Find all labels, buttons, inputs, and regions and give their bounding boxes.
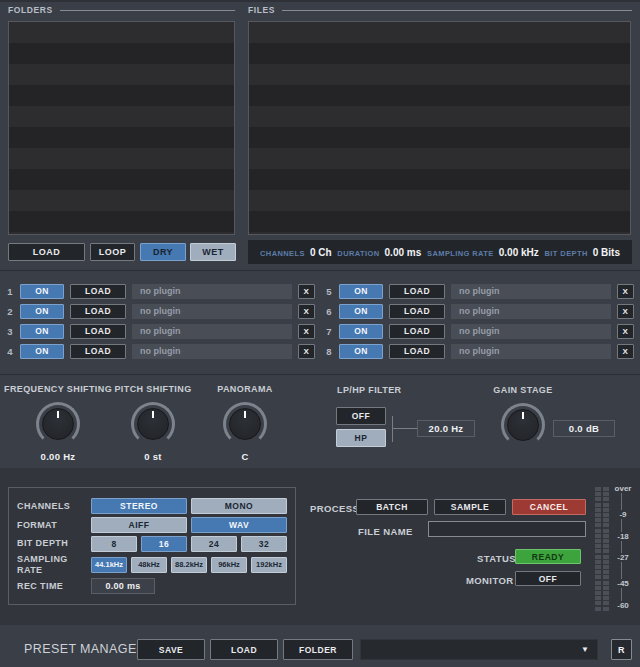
preset-folder-button[interactable]: FOLDER (283, 639, 353, 660)
plugin-slot-6: 6 ON LOAD no plugin X (325, 301, 634, 321)
files-list[interactable] (248, 21, 631, 235)
meter-label-over: over (609, 484, 637, 493)
channels-option-mono[interactable]: MONO (191, 498, 287, 514)
plugin-slot-7: 7 ON LOAD no plugin X (325, 321, 634, 341)
slot-load-button[interactable]: LOAD (70, 304, 126, 319)
loop-button[interactable]: LOOP (90, 243, 135, 261)
sampling-rate-option-44-1[interactable]: 44.1kHz (91, 557, 127, 573)
slot-plugin-name[interactable]: no plugin (132, 344, 292, 359)
slot-on-button[interactable]: ON (20, 304, 64, 319)
channels-info-label: CHANNELS (260, 249, 305, 258)
slot-on-button[interactable]: ON (339, 304, 383, 319)
slot-remove-button[interactable]: X (298, 344, 315, 359)
filter-hp-button[interactable]: HP (336, 429, 386, 447)
slot-plugin-name[interactable]: no plugin (451, 344, 611, 359)
slot-on-button[interactable]: ON (339, 344, 383, 359)
slot-plugin-name[interactable]: no plugin (451, 324, 611, 339)
bit-depth-option-16[interactable]: 16 (141, 536, 187, 552)
sampling-rate-option-192[interactable]: 192kHz (251, 557, 287, 573)
panorama-knob[interactable] (223, 402, 267, 446)
sample-button[interactable]: SAMPLE (434, 499, 506, 515)
gain-knob[interactable] (501, 403, 545, 447)
filter-frequency-value[interactable]: 20.0 Hz (417, 420, 475, 437)
frequency-knob[interactable] (36, 402, 80, 446)
plugin-slot-2: 2 ON LOAD no plugin X (6, 301, 315, 321)
meter-right-channel (603, 487, 609, 611)
slot-plugin-name[interactable]: no plugin (132, 304, 292, 319)
preset-load-button[interactable]: LOAD (210, 639, 278, 660)
bit-depth-info-label: BIT DEPTH (545, 249, 588, 258)
preset-manager-title: PRESET MANAGER (24, 642, 146, 656)
format-setting-row: FORMAT AIFF WAV (17, 517, 287, 533)
files-header-rule (282, 10, 632, 11)
pitch-shifting-group: PITCH SHIFTING 0 st (112, 384, 194, 462)
pitch-knob[interactable] (131, 402, 175, 446)
sampling-rate-setting-row: SAMPLING RATE 44.1kHz 48kHz 88.2kHz 96kH… (17, 554, 287, 575)
slot-number: 6 (325, 306, 333, 317)
sampling-rate-option-96[interactable]: 96kHz (211, 557, 247, 573)
slot-load-button[interactable]: LOAD (70, 344, 126, 359)
dry-button[interactable]: DRY (140, 243, 186, 261)
slot-number: 4 (6, 346, 14, 357)
slot-load-button[interactable]: LOAD (70, 324, 126, 339)
folders-list[interactable] (8, 21, 235, 235)
rec-time-setting-row: REC TIME 0.00 ms (17, 578, 287, 594)
format-option-wav[interactable]: WAV (191, 517, 287, 533)
slot-on-button[interactable]: ON (20, 324, 64, 339)
status-label: STATUS (477, 553, 516, 564)
slot-load-button[interactable]: LOAD (70, 284, 126, 299)
filter-bracket-vertical (392, 416, 393, 442)
slot-load-button[interactable]: LOAD (389, 284, 445, 299)
file-name-input[interactable] (428, 521, 586, 537)
sampling-rate-setting-label: SAMPLING RATE (17, 554, 91, 575)
status-badge: READY (515, 549, 581, 564)
channels-option-stereo[interactable]: STEREO (91, 498, 187, 514)
load-folder-button[interactable]: LOAD (8, 243, 85, 261)
filter-off-button[interactable]: OFF (336, 407, 386, 425)
slot-on-button[interactable]: ON (339, 284, 383, 299)
bit-depth-option-8[interactable]: 8 (91, 536, 137, 552)
slot-on-button[interactable]: ON (339, 324, 383, 339)
slot-load-button[interactable]: LOAD (389, 344, 445, 359)
bit-depth-option-24[interactable]: 24 (191, 536, 237, 552)
panorama-group: PANORAMA C (204, 384, 286, 462)
slot-plugin-name[interactable]: no plugin (132, 284, 292, 299)
slot-plugin-name[interactable]: no plugin (451, 304, 611, 319)
slot-plugin-name[interactable]: no plugin (451, 284, 611, 299)
preset-select-dropdown[interactable]: ▼ (360, 639, 598, 660)
slot-remove-button[interactable]: X (617, 344, 634, 359)
bit-depth-setting-row: BIT DEPTH 8 16 24 32 (17, 536, 287, 552)
panorama-value: C (241, 451, 248, 462)
slot-load-button[interactable]: LOAD (389, 304, 445, 319)
bit-depth-option-32[interactable]: 32 (241, 536, 287, 552)
slot-on-button[interactable]: ON (20, 284, 64, 299)
batch-button[interactable]: BATCH (356, 499, 428, 515)
cancel-button[interactable]: CANCEL (512, 499, 586, 515)
slot-load-button[interactable]: LOAD (389, 324, 445, 339)
monitor-toggle[interactable]: OFF (515, 571, 581, 586)
slot-plugin-name[interactable]: no plugin (132, 324, 292, 339)
sampling-rate-info: SAMPLING RATE 0.00 kHz (427, 247, 539, 258)
channels-options: STEREO MONO (91, 498, 287, 514)
bit-depth-info-value: 0 Bits (593, 247, 620, 258)
pitch-value: 0 st (144, 451, 162, 462)
plugin-slot-1: 1 ON LOAD no plugin X (6, 281, 315, 301)
wet-button[interactable]: WET (190, 243, 236, 261)
format-option-aiff[interactable]: AIFF (91, 517, 187, 533)
slot-remove-button[interactable]: X (617, 324, 634, 339)
slot-on-button[interactable]: ON (20, 344, 64, 359)
slot-remove-button[interactable]: X (617, 284, 634, 299)
preset-save-button[interactable]: SAVE (137, 639, 205, 660)
rec-time-value[interactable]: 0.00 ms (91, 578, 155, 594)
slot-remove-button[interactable]: X (298, 284, 315, 299)
sampling-rate-option-88-2[interactable]: 88.2kHz (171, 557, 207, 573)
gain-value[interactable]: 0.0 dB (553, 420, 615, 437)
slot-remove-button[interactable]: X (298, 304, 315, 319)
plugin-slot-4: 4 ON LOAD no plugin X (6, 341, 315, 361)
plugin-slot-8: 8 ON LOAD no plugin X (325, 341, 634, 361)
knob-pointer (522, 412, 524, 419)
sampling-rate-option-48[interactable]: 48kHz (131, 557, 167, 573)
slot-remove-button[interactable]: X (617, 304, 634, 319)
slot-remove-button[interactable]: X (298, 324, 315, 339)
preset-reset-button[interactable]: R (611, 639, 632, 660)
